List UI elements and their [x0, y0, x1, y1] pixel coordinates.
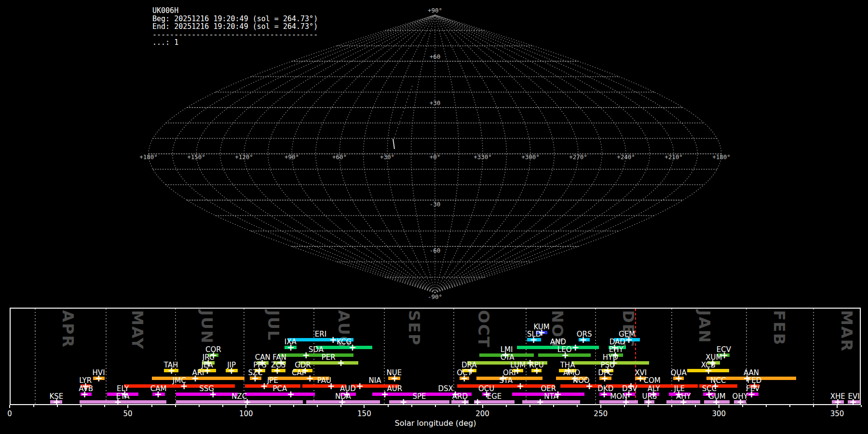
radiant-map-screen: UK006H Beg: 20251216 19:20:49 (sol = 264… [0, 0, 868, 434]
peak-marker: + [348, 344, 357, 351]
month-label: JAN [695, 310, 714, 343]
axis-major-tick [127, 405, 128, 408]
month-label: APR [59, 310, 77, 348]
axis-major-tick [9, 405, 10, 408]
longitude-label: +330° [474, 153, 492, 161]
axis-tick-label: 250 [586, 409, 615, 418]
axis-minor-tick [789, 405, 790, 407]
longitude-label: +120° [235, 153, 253, 161]
axis-minor-tick [813, 405, 814, 407]
axis-tick-label: 300 [705, 409, 733, 418]
latitude-label: -60 [430, 247, 441, 254]
shower-label: JPE [249, 376, 296, 385]
x-axis-title: Solar longitude (deg) [378, 419, 493, 428]
longitude-label: +180° [139, 153, 158, 161]
latitude-label: +30 [430, 99, 441, 107]
axis-minor-tick [861, 405, 862, 407]
longitude-label: +180° [712, 153, 731, 161]
longitude-label: +0° [430, 153, 441, 161]
latitude-label: -90° [428, 293, 442, 300]
axis-minor-tick [766, 405, 767, 407]
peak-marker: + [53, 398, 61, 405]
peak-marker: + [679, 398, 688, 405]
peak-marker: + [399, 398, 408, 405]
shower-label: NTA [528, 392, 574, 401]
axis-minor-tick [33, 405, 34, 407]
axis-tick-label: 200 [468, 409, 497, 418]
peak-marker: + [532, 367, 541, 374]
axis-minor-tick [222, 405, 223, 407]
latitude-label: -30 [430, 201, 441, 208]
peak-marker: + [644, 398, 653, 405]
shower-label: JMC [156, 376, 203, 385]
longitude-label: +60° [332, 153, 347, 161]
month-label: FEB [770, 310, 788, 346]
axis-tick-label: 100 [231, 409, 260, 418]
month-label: MAR [838, 310, 856, 352]
axis-tick-label: 350 [823, 409, 852, 418]
axis-minor-tick [81, 405, 81, 407]
month-boundary-line [813, 309, 814, 404]
axis-minor-tick [388, 405, 389, 407]
axis-minor-tick [175, 405, 176, 407]
peak-marker: + [849, 398, 857, 405]
longitude-label: +300° [521, 153, 540, 161]
axis-minor-tick [459, 405, 460, 407]
shower-label: NOO [558, 376, 604, 385]
axis-tick-label: 150 [350, 409, 379, 418]
peak-marker: + [114, 398, 122, 405]
longitude-label: +90° [285, 153, 299, 161]
axis-minor-tick [317, 405, 318, 407]
longitude-label: +30° [380, 153, 394, 161]
shower-label: NZC [216, 392, 262, 401]
axis-minor-tick [577, 405, 578, 407]
sky-grid-svg: +180°+150°+120°+90°+60°+30°+0°+330°+300°… [0, 0, 868, 309]
peak-marker: + [736, 398, 745, 405]
axis-minor-tick [553, 405, 554, 407]
longitude-label: +210° [665, 153, 683, 161]
axis-minor-tick [199, 405, 200, 407]
axis-minor-tick [529, 405, 530, 407]
month-label: OCT [475, 310, 493, 348]
shower-label: PCA [257, 384, 303, 393]
longitude-label: +270° [569, 153, 587, 161]
month-label: MAY [128, 310, 147, 350]
peak-marker: + [674, 375, 683, 381]
axis-minor-tick [435, 405, 436, 407]
peak-marker: + [380, 391, 389, 397]
peak-marker: + [460, 375, 469, 381]
meteor-trail-segment [393, 139, 394, 149]
shower-label: ETA [100, 392, 146, 401]
axis-minor-tick [671, 405, 672, 407]
peak-marker: + [243, 398, 252, 405]
shower-label: PAU [301, 376, 347, 385]
axis-minor-tick [695, 405, 696, 407]
shower-label: COM [629, 376, 675, 385]
month-label: SEP [405, 310, 423, 346]
peak-marker: + [337, 359, 345, 366]
peak-marker: + [704, 367, 713, 374]
peak-marker: + [473, 398, 482, 405]
peak-marker: + [286, 391, 295, 397]
peak-marker: + [154, 391, 163, 397]
peak-marker: + [536, 398, 544, 405]
axis-major-tick [600, 405, 601, 408]
axis-tick-label: 0 [0, 409, 24, 418]
axis-minor-tick [270, 405, 271, 407]
peak-marker: + [516, 382, 525, 389]
axis-major-tick [482, 405, 483, 408]
latitude-label: +60 [430, 53, 441, 60]
peak-marker: + [561, 352, 570, 358]
axis-minor-tick [506, 405, 507, 407]
peak-marker: + [461, 398, 469, 405]
peak-marker: + [80, 391, 89, 397]
month-label: JUL [264, 310, 283, 341]
axis-tick-label: 50 [113, 409, 142, 418]
month-label: JUN [198, 310, 216, 344]
axis-minor-tick [104, 405, 105, 407]
month-boundary-line [35, 309, 36, 404]
axis-minor-tick [293, 405, 294, 407]
axis-major-tick [364, 405, 365, 408]
latitude-label: +90° [428, 7, 442, 14]
axis-minor-tick [151, 405, 152, 407]
